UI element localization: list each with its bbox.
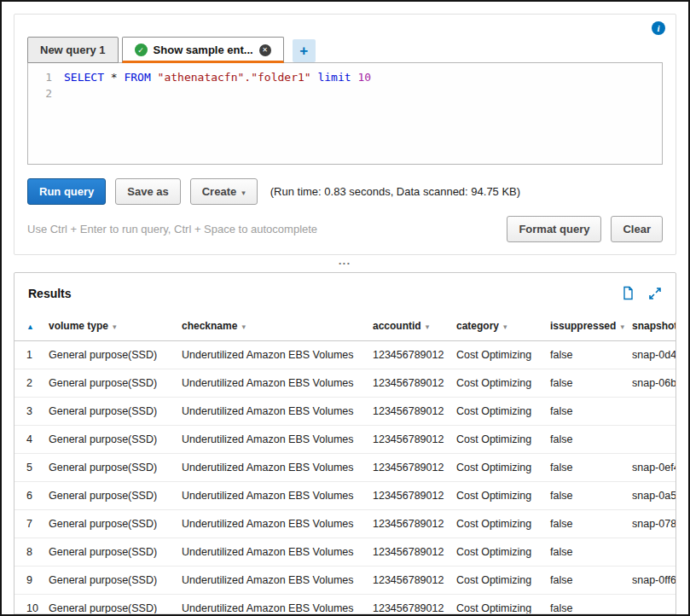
table-cell: General purpose(SSD) bbox=[43, 567, 177, 595]
sql-token: SELECT bbox=[64, 71, 104, 84]
sql-token bbox=[104, 71, 111, 84]
panel-resize-handle[interactable]: ••• bbox=[2, 255, 688, 272]
row-number: 3 bbox=[14, 398, 43, 426]
column-label: category bbox=[456, 320, 499, 332]
results-header: Results bbox=[14, 273, 676, 311]
clear-button[interactable]: Clear bbox=[611, 216, 663, 242]
column-filter-caret-icon[interactable]: ▾ bbox=[241, 323, 246, 331]
query-tab-bar: New query 1 ✓ Show sample ent... ✕ + bbox=[27, 37, 663, 63]
column-header[interactable]: volume type▾ bbox=[43, 311, 177, 341]
column-header[interactable]: issuppressed▾ bbox=[545, 311, 627, 341]
sql-editor[interactable]: 12 SELECT * FROM "athenatacfn"."folder1"… bbox=[27, 62, 663, 165]
drag-handle-icon: ••• bbox=[339, 260, 351, 267]
tab-show-sample-entries[interactable]: ✓ Show sample ent... ✕ bbox=[122, 37, 284, 63]
column-filter-caret-icon[interactable]: ▾ bbox=[426, 323, 430, 331]
line-number: 2 bbox=[28, 85, 52, 102]
row-number: 6 bbox=[14, 482, 43, 510]
table-row: 9General purpose(SSD)Underutilized Amazo… bbox=[14, 567, 676, 595]
results-table: ▲ volume type▾checkname▾accountid▾catego… bbox=[14, 311, 676, 616]
sort-column-header[interactable]: ▲ bbox=[14, 311, 43, 341]
table-row: 1General purpose(SSD)Underutilized Amazo… bbox=[14, 341, 676, 369]
table-cell: 123456789012 bbox=[368, 341, 451, 369]
sort-asc-icon: ▲ bbox=[26, 323, 34, 331]
row-number: 4 bbox=[14, 426, 43, 454]
editor-gutter: 12 bbox=[28, 63, 59, 164]
info-icon[interactable]: i bbox=[652, 21, 665, 35]
close-tab-icon[interactable]: ✕ bbox=[259, 44, 271, 56]
sql-line: SELECT * FROM "athenatacfn"."folder1" li… bbox=[59, 63, 371, 164]
table-cell: false bbox=[545, 369, 627, 398]
athena-console-window: i New query 1 ✓ Show sample ent... ✕ + 1… bbox=[0, 0, 690, 616]
sql-token: "athenatacfn"."folder1" bbox=[158, 71, 311, 84]
results-panel: Results ▲ volume bbox=[14, 272, 676, 616]
row-number: 5 bbox=[14, 454, 43, 482]
table-cell: Cost Optimizing bbox=[451, 341, 545, 369]
table-cell: Underutilized Amazon EBS Volumes bbox=[177, 567, 368, 595]
table-row: 8General purpose(SSD)Underutilized Amazo… bbox=[14, 538, 676, 567]
column-header[interactable]: accountid▾ bbox=[368, 311, 451, 341]
tab-label: Show sample ent... bbox=[154, 44, 253, 56]
table-cell: snap-078 bbox=[627, 510, 676, 538]
table-cell: 123456789012 bbox=[368, 454, 451, 482]
format-query-button[interactable]: Format query bbox=[507, 216, 601, 242]
download-results-icon[interactable] bbox=[621, 286, 635, 300]
expand-results-icon[interactable] bbox=[648, 287, 662, 300]
table-cell: Cost Optimizing bbox=[451, 510, 545, 538]
table-cell: Cost Optimizing bbox=[451, 567, 545, 595]
table-row: 7General purpose(SSD)Underutilized Amazo… bbox=[14, 510, 676, 538]
query-editor-panel: i New query 1 ✓ Show sample ent... ✕ + 1… bbox=[14, 14, 676, 255]
column-filter-caret-icon[interactable]: ▾ bbox=[503, 323, 507, 331]
table-cell: General purpose(SSD) bbox=[43, 482, 177, 510]
table-cell: 123456789012 bbox=[368, 482, 451, 510]
column-header[interactable]: snapshot▾ bbox=[627, 311, 676, 341]
table-cell: 123456789012 bbox=[368, 426, 451, 454]
create-dropdown-button[interactable]: Create▾ bbox=[190, 178, 258, 205]
table-cell: Underutilized Amazon EBS Volumes bbox=[177, 398, 368, 426]
results-title: Results bbox=[28, 287, 72, 300]
column-label: checkname bbox=[182, 320, 237, 332]
tab-new-query-1[interactable]: New query 1 bbox=[27, 37, 119, 63]
column-label: issuppressed bbox=[550, 320, 616, 332]
column-filter-caret-icon[interactable]: ▾ bbox=[113, 323, 117, 331]
table-cell: Underutilized Amazon EBS Volumes bbox=[177, 538, 368, 567]
query-footer: Use Ctrl + Enter to run query, Ctrl + Sp… bbox=[27, 216, 663, 242]
table-cell: false bbox=[545, 510, 627, 538]
table-row: 3General purpose(SSD)Underutilized Amazo… bbox=[14, 398, 676, 426]
table-cell: false bbox=[545, 426, 627, 454]
table-row: 4General purpose(SSD)Underutilized Amazo… bbox=[14, 426, 676, 454]
column-header[interactable]: checkname▾ bbox=[177, 311, 368, 341]
table-cell: Underutilized Amazon EBS Volumes bbox=[177, 369, 368, 398]
column-label: accountid bbox=[373, 320, 421, 332]
table-cell: false bbox=[545, 482, 627, 510]
table-cell: false bbox=[545, 567, 627, 595]
table-cell: General purpose(SSD) bbox=[43, 454, 177, 482]
add-tab-button[interactable]: + bbox=[293, 39, 316, 62]
save-as-button[interactable]: Save as bbox=[115, 178, 180, 205]
chevron-down-icon: ▾ bbox=[241, 189, 246, 197]
table-cell: snap-0ef4 bbox=[627, 454, 676, 482]
table-cell: false bbox=[545, 341, 627, 369]
table-row: 5General purpose(SSD)Underutilized Amazo… bbox=[14, 454, 676, 482]
query-toolbar: Run query Save as Create▾ (Run time: 0.8… bbox=[27, 178, 663, 205]
table-row: 6General purpose(SSD)Underutilized Amazo… bbox=[14, 482, 676, 510]
table-cell: Underutilized Amazon EBS Volumes bbox=[177, 482, 368, 510]
table-cell: Cost Optimizing bbox=[451, 482, 545, 510]
results-table-body: 1General purpose(SSD)Underutilized Amazo… bbox=[14, 341, 676, 616]
row-number: 1 bbox=[14, 341, 43, 369]
run-stats-text: (Run time: 0.83 seconds, Data scanned: 9… bbox=[270, 185, 520, 198]
create-label: Create bbox=[202, 185, 236, 198]
table-cell: Underutilized Amazon EBS Volumes bbox=[177, 510, 368, 538]
sql-token: FROM bbox=[124, 71, 150, 84]
line-number: 1 bbox=[28, 69, 52, 85]
table-cell bbox=[627, 398, 676, 426]
sql-token: limit bbox=[317, 71, 351, 84]
run-query-button[interactable]: Run query bbox=[27, 178, 106, 205]
table-cell: General purpose(SSD) bbox=[43, 538, 177, 567]
table-cell: Cost Optimizing bbox=[451, 426, 545, 454]
table-cell: Cost Optimizing bbox=[451, 538, 545, 567]
table-cell: 123456789012 bbox=[368, 538, 451, 567]
column-filter-caret-icon[interactable]: ▾ bbox=[620, 323, 624, 331]
column-header[interactable]: category▾ bbox=[451, 311, 545, 341]
table-cell: 123456789012 bbox=[368, 398, 451, 426]
table-cell bbox=[627, 538, 676, 567]
